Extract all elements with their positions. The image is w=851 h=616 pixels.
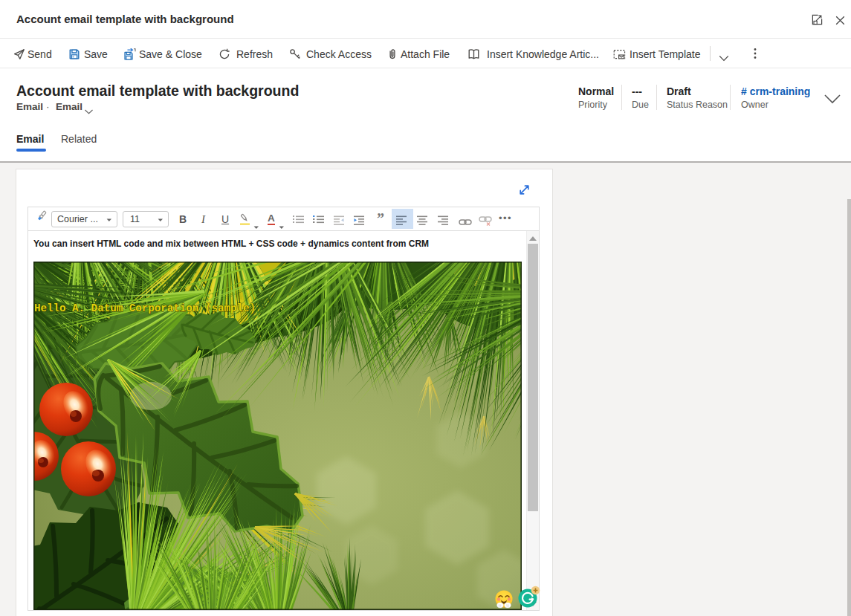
svg-text:Hello A. Datum Corporation (sa: Hello A. Datum Corporation (sample) bbox=[34, 302, 256, 314]
